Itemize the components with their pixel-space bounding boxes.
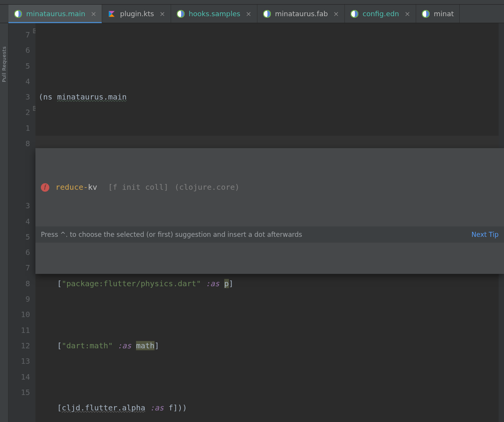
completion-item[interactable]: f reduce-kv [f init coll] (clojure.core): [35, 179, 504, 196]
clojure-file-icon: [263, 10, 271, 18]
close-icon[interactable]: ×: [160, 10, 165, 18]
line-number: 9: [8, 291, 30, 307]
tool-window-stripe[interactable]: Pull Requests: [0, 23, 8, 422]
pull-requests-tool-button[interactable]: Pull Requests: [1, 46, 7, 82]
line-number: 13: [8, 353, 30, 369]
tab-label: minataurus.main: [26, 10, 85, 18]
line-number: 10: [8, 307, 30, 322]
line-number: 8: [8, 136, 30, 151]
completion-hint-bar: Press ^. to choose the selected (or firs…: [35, 226, 504, 243]
completion-item-name: reduce-kv: [55, 179, 97, 195]
line-number: 8: [8, 276, 30, 291]
editor-tab[interactable]: minataurus.main×: [8, 5, 102, 23]
line-number: 5: [8, 58, 30, 74]
tab-bar: minataurus.main×plugin.kts×hooks.samples…: [0, 5, 504, 23]
code-completion-popup[interactable]: f reduce-kv [f init coll] (clojure.core)…: [35, 148, 504, 274]
line-number: [8, 167, 30, 182]
clojure-file-icon: [176, 10, 185, 18]
close-icon[interactable]: ×: [91, 10, 96, 18]
editor-tab[interactable]: plugin.kts×: [102, 5, 171, 23]
line-number: 7: [8, 27, 30, 42]
editor-tab[interactable]: config.edn×: [345, 5, 416, 23]
line-number: 2: [8, 105, 30, 120]
line-number: 12: [8, 338, 30, 353]
line-number: 4: [8, 214, 30, 229]
tab-label: config.edn: [363, 10, 399, 18]
tab-label: minat: [434, 10, 454, 18]
editor-tab[interactable]: hooks.samples×: [171, 5, 257, 23]
line-number: 11: [8, 322, 30, 338]
code-line[interactable]: [cljd.flutter.alpha :as f])): [39, 400, 504, 415]
line-number: 4: [8, 74, 30, 89]
close-icon[interactable]: ×: [246, 10, 252, 18]
completion-kind-icon: f: [41, 183, 49, 192]
editor-tab[interactable]: minataurus.fab×: [257, 5, 345, 23]
line-number: 14: [8, 369, 30, 385]
line-number: 1: [8, 120, 30, 136]
line-number: 3: [8, 198, 30, 213]
tab-label: hooks.samples: [189, 10, 240, 18]
editor-gutter: − − 765432183456789101112131415: [8, 23, 35, 422]
close-icon[interactable]: ×: [333, 10, 339, 18]
line-number: 5: [8, 229, 30, 245]
line-number: 6: [8, 42, 30, 58]
code-editor[interactable]: (ns minataurus.main (:require ["package:…: [35, 23, 504, 422]
code-line[interactable]: (ns minataurus.main: [39, 89, 504, 105]
tab-label: plugin.kts: [120, 10, 154, 18]
clojure-file-icon: [422, 10, 430, 18]
completion-item-signature: [f init coll]: [103, 179, 168, 195]
line-number: 15: [8, 385, 30, 400]
completion-item-namespace: (clojure.core): [175, 179, 240, 195]
tab-label: minataurus.fab: [275, 10, 328, 18]
code-line[interactable]: ["dart:math" :as math]: [39, 338, 504, 353]
line-number: [8, 182, 30, 198]
line-number: 3: [8, 89, 30, 105]
clojure-file-icon: [350, 10, 359, 18]
code-line[interactable]: ["package:flutter/physics.dart" :as p]: [39, 276, 504, 291]
editor-tab[interactable]: minat: [416, 5, 460, 23]
next-tip-link[interactable]: Next Tip: [472, 227, 499, 242]
close-icon[interactable]: ×: [405, 10, 410, 18]
clojure-file-icon: [14, 10, 22, 18]
kotlin-file-icon: [108, 10, 116, 18]
line-number: [8, 151, 30, 167]
completion-hint-text: Press ^. to choose the selected (or firs…: [41, 227, 302, 242]
line-number: 6: [8, 245, 30, 260]
line-number: 7: [8, 260, 30, 275]
